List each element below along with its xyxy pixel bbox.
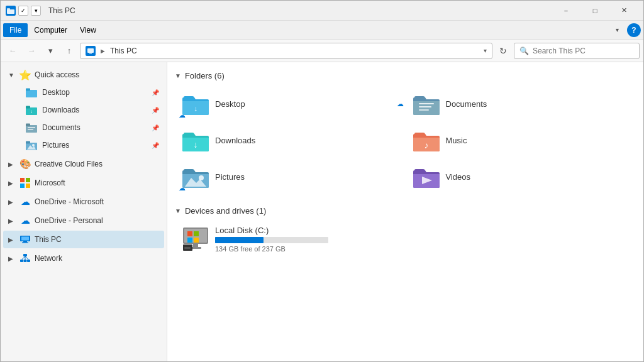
pin-icon2: 📌 (152, 107, 159, 114)
onedrive-personal-section: ▶ ☁ OneDrive - Personal (1, 212, 167, 229)
svg-rect-1 (7, 8, 10, 10)
svg-rect-18 (26, 178, 30, 182)
disk-usage-fill (215, 237, 264, 243)
devices-section-header[interactable]: ▼ Devices and drives (1) (175, 202, 636, 221)
videos-folder-icon-wrapper (413, 163, 440, 190)
microsoft-section: ▶ Microsoft (1, 174, 167, 192)
svg-rect-26 (20, 260, 23, 262)
maximize-button[interactable]: □ (580, 1, 609, 21)
folder-item-videos[interactable]: Videos (406, 158, 636, 195)
folder-item-documents[interactable]: Documents ☁ (406, 85, 636, 122)
folder-icon (6, 6, 16, 16)
svg-rect-14 (26, 141, 30, 144)
folder-item-desktop[interactable]: ↓ Desktop ☁ (175, 85, 406, 122)
svg-rect-5 (26, 89, 30, 91)
minimize-button[interactable]: − (552, 1, 580, 21)
titlebar-left: ✓ ▾ This PC (6, 6, 552, 16)
svg-point-16 (32, 144, 35, 146)
menubar-right: ▾ ? (609, 23, 641, 38)
devices-toggle-icon: ▼ (175, 207, 181, 214)
svg-rect-47 (193, 244, 198, 247)
sidebar-item-documents[interactable]: Documents 📌 (3, 119, 164, 136)
microsoft-header[interactable]: ▶ Microsoft (3, 174, 164, 192)
sidebar-item-desktop[interactable]: Desktop 📌 (3, 84, 164, 101)
main-panel: ▼ Folders (6) ↓ Desktop ☁ (167, 62, 643, 361)
qat-save-btn[interactable]: ✓ (18, 6, 28, 16)
this-pc-header[interactable]: ▶ This PC (3, 231, 164, 248)
quick-access-header[interactable]: ▼ ⭐ Quick access (3, 66, 164, 84)
svg-rect-23 (23, 241, 27, 243)
svg-text:♪: ♪ (424, 140, 428, 150)
window-title: This PC (48, 6, 75, 15)
network-label: Network (35, 254, 62, 263)
pics-cloud-icon: ☁ (179, 184, 186, 192)
folder-item-pictures[interactable]: Pictures ☁ (175, 158, 406, 195)
svg-rect-4 (26, 90, 37, 97)
refresh-button[interactable]: ↻ (495, 43, 511, 59)
pin-icon3: 📌 (152, 124, 159, 131)
downloads-label: Downloads (42, 106, 79, 114)
address-chevron-icon: ▾ (484, 47, 487, 54)
svg-rect-11 (28, 127, 35, 128)
recent-locations-button[interactable]: ▾ (42, 43, 58, 59)
file-menu[interactable]: File (3, 23, 28, 37)
svg-rect-46 (194, 238, 199, 243)
network-header[interactable]: ▶ Network (3, 250, 164, 267)
device-item-c[interactable]: Local Disk (C:) 134 GB free of 237 GB (175, 221, 636, 258)
desktop-label: Desktop (42, 88, 70, 97)
creative-cloud-header[interactable]: ▶ 🎨 Creative Cloud Files (3, 155, 164, 173)
search-input[interactable] (533, 47, 634, 55)
svg-rect-12 (28, 129, 33, 130)
microsoft-label: Microsoft (35, 178, 65, 187)
onedrive-ms-header[interactable]: ▶ ☁ OneDrive - Microsoft (3, 193, 164, 211)
ribbon-toggle-btn[interactable]: ▾ (609, 23, 625, 38)
svg-rect-17 (20, 178, 25, 182)
svg-rect-10 (26, 124, 30, 126)
creative-cloud-chevron-icon: ▶ (8, 161, 17, 168)
this-pc-section: ▶ This PC (1, 231, 167, 248)
creative-cloud-label: Creative Cloud Files (35, 160, 103, 168)
onedrive-personal-label: OneDrive - Personal (35, 216, 103, 225)
creative-cloud-section: ▶ 🎨 Creative Cloud Files (1, 155, 167, 173)
svg-rect-22 (21, 237, 29, 241)
folders-grid: ↓ Desktop ☁ (175, 85, 636, 195)
folder-item-downloads[interactable]: ↓ Downloads (175, 122, 406, 158)
folder-item-music[interactable]: ♪ Music (406, 122, 636, 158)
sidebar-item-downloads[interactable]: ↓ Downloads 📌 (3, 101, 164, 119)
documents-folder-label: Documents (446, 99, 487, 109)
address-path[interactable]: ► This PC ▾ (80, 43, 492, 59)
close-button[interactable]: ✕ (609, 1, 638, 21)
qat-dropdown-btn[interactable]: ▾ (31, 6, 41, 16)
menubar: File Computer View ▾ ? (1, 21, 643, 40)
music-folder-label: Music (446, 136, 467, 145)
disk-usage-track (215, 237, 328, 243)
search-box[interactable]: 🔍 (514, 43, 640, 59)
folders-section-header[interactable]: ▼ Folders (6) (175, 67, 636, 85)
svg-text:↓: ↓ (30, 109, 33, 114)
onedrive-ms-icon: ☁ (19, 196, 31, 207)
desktop-folder-icon-wrapper: ↓ (182, 90, 209, 117)
svg-rect-28 (27, 260, 30, 262)
view-menu[interactable]: View (74, 23, 103, 37)
quick-access-label: Quick access (35, 70, 79, 79)
network-chevron-icon: ▶ (8, 255, 17, 262)
sidebar-item-pictures[interactable]: Pictures 📌 (3, 136, 164, 154)
computer-menu[interactable]: Computer (28, 23, 74, 37)
downloads-folder-icon: ↓ (26, 104, 37, 116)
onedrive-personal-icon: ☁ (19, 215, 31, 226)
quick-access-star-icon: ⭐ (19, 69, 31, 80)
this-pc-icon (19, 234, 31, 245)
folders-section-title: Folders (6) (185, 71, 225, 80)
svg-rect-25 (23, 254, 27, 256)
onedrive-personal-header[interactable]: ▶ ☁ OneDrive - Personal (3, 212, 164, 229)
svg-line-29 (22, 256, 26, 260)
forward-button[interactable]: → (23, 43, 40, 59)
help-button[interactable]: ? (627, 23, 641, 37)
svg-rect-3 (89, 53, 92, 54)
disk-space-label: 134 GB free of 237 GB (215, 245, 328, 253)
back-button[interactable]: ← (4, 43, 21, 59)
microsoft-icon (19, 177, 31, 189)
pictures-folder-label: Pictures (215, 172, 245, 182)
svg-rect-50 (184, 247, 191, 249)
up-button[interactable]: ↑ (61, 43, 77, 59)
